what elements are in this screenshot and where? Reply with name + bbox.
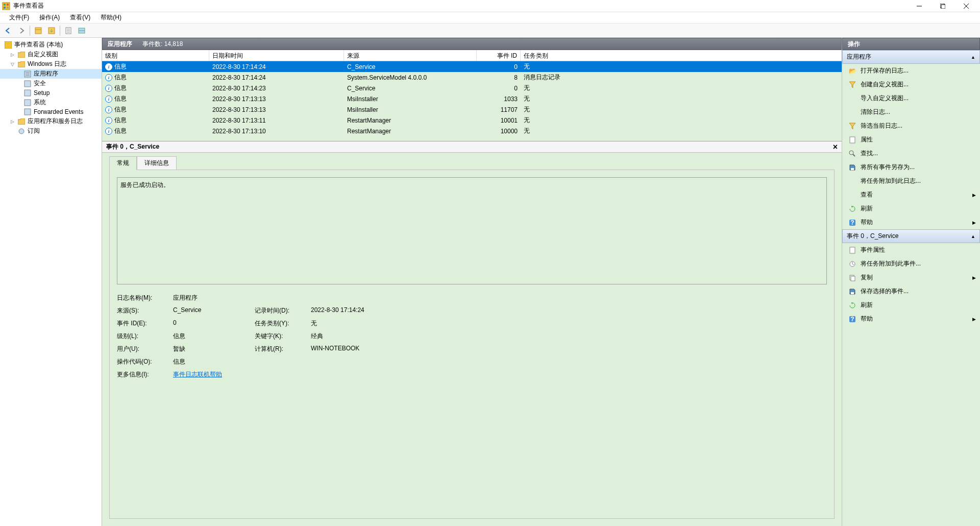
forward-button[interactable] [15, 25, 28, 37]
tree-custom-views[interactable]: ▷ 自定义视图 [0, 50, 102, 59]
expand-icon[interactable]: ▷ [9, 118, 15, 125]
event-row[interactable]: i信息2022-8-30 17:13:13MsiInstaller1033无 [102, 93, 842, 104]
action-attach-task-log[interactable]: 将任务附加到此日志... [842, 174, 980, 188]
maximize-button[interactable] [931, 0, 954, 12]
action-save-all-events[interactable]: 将所有事件另存为... [842, 160, 980, 174]
column-level[interactable]: 级别 [102, 50, 209, 61]
label-user: 用户(U): [117, 345, 173, 353]
filter-icon [848, 81, 856, 89]
menu-view[interactable]: 查看(V) [65, 12, 95, 23]
action-import-custom-view[interactable]: 导入自定义视图... [842, 91, 980, 105]
svg-rect-29 [850, 137, 855, 143]
action-save-selected[interactable]: 保存选择的事件... [842, 284, 980, 298]
info-icon: i [105, 63, 112, 70]
actions-section-event[interactable]: 事件 0，C_Service ▲ [842, 229, 980, 243]
tree-security[interactable]: 安全 [0, 79, 102, 88]
action-view[interactable]: 查看▶ [842, 188, 980, 202]
action-filter-log[interactable]: 筛选当前日志... [842, 119, 980, 133]
detail-tabs: 常规 详细信息 [102, 153, 842, 170]
action-refresh[interactable]: 刷新 [842, 202, 980, 216]
tree-setup[interactable]: Setup [0, 88, 102, 98]
event-grid: 级别 日期和时间 来源 事件 ID 任务类别 i信息2022-8-30 17:1… [102, 50, 842, 141]
actions-section-application[interactable]: 应用程序 ▲ [842, 50, 980, 64]
refresh-icon [848, 205, 856, 213]
label-logged: 记录时间(D): [255, 306, 311, 315]
label-event-id: 事件 ID(E): [117, 319, 173, 328]
value-keywords: 经典 [311, 332, 827, 341]
info-icon: i [105, 95, 112, 103]
action-clear-log[interactable]: 清除日志... [842, 105, 980, 119]
tree-label: 自定义视图 [28, 50, 58, 59]
tree-application[interactable]: 应用程序 [0, 69, 102, 79]
column-source[interactable]: 来源 [344, 50, 477, 61]
tree-root[interactable]: 事件查看器 (本地) [0, 40, 102, 50]
event-row[interactable]: i信息2022-8-30 17:14:23C_Service0无 [102, 83, 842, 93]
event-row[interactable]: i信息2022-8-30 17:13:10RestartManager10000… [102, 126, 842, 136]
menu-help[interactable]: 帮助(H) [95, 12, 127, 23]
menu-action[interactable]: 操作(A) [34, 12, 65, 23]
close-button[interactable] [954, 0, 978, 12]
svg-point-30 [849, 151, 853, 155]
link-more-info[interactable]: 事件日志联机帮助 [173, 371, 222, 378]
log-icon [23, 99, 32, 107]
event-row[interactable]: i信息2022-8-30 17:14:24System.ServiceModel… [102, 72, 842, 83]
log-icon [23, 80, 32, 88]
column-event-id[interactable]: 事件 ID [477, 50, 521, 61]
log-title: 应用程序 [108, 40, 132, 49]
action-event-properties[interactable]: 事件属性 [842, 243, 980, 257]
tree-windows-logs[interactable]: ▽ Windows 日志 [0, 59, 102, 69]
svg-rect-1 [4, 4, 6, 6]
tab-details[interactable]: 详细信息 [137, 156, 177, 170]
toolbar-separator [30, 26, 30, 36]
menu-file[interactable]: 文件(F) [4, 12, 34, 23]
svg-point-28 [19, 129, 24, 134]
tree-label: 事件查看器 (本地) [14, 40, 63, 49]
expand-icon[interactable]: ▷ [9, 52, 15, 58]
help-icon: ? [848, 219, 856, 227]
tree-forwarded[interactable]: Forwarded Events [0, 107, 102, 116]
action-properties[interactable]: 属性 [842, 133, 980, 147]
svg-rect-27 [24, 109, 31, 115]
minimize-button[interactable] [908, 0, 931, 12]
tree-label: 应用程序 [34, 69, 58, 78]
svg-rect-32 [851, 168, 854, 170]
action-find[interactable]: 查找... [842, 147, 980, 160]
event-row[interactable]: i信息2022-8-30 17:13:11RestartManager10001… [102, 115, 842, 126]
action-help[interactable]: ?帮助▶ [842, 216, 980, 229]
section-label: 应用程序 [847, 53, 871, 61]
preview-button[interactable] [76, 25, 88, 37]
svg-rect-35 [850, 247, 855, 253]
action-attach-task-event[interactable]: 将任务附加到此事件... [842, 257, 980, 271]
tree-system[interactable]: 系统 [0, 98, 102, 107]
export-button[interactable] [45, 25, 58, 37]
tree-label: Windows 日志 [28, 60, 66, 68]
folder-icon [17, 117, 26, 126]
action-open-saved-log[interactable]: 📂打开保存的日志... [842, 64, 980, 78]
tab-general[interactable]: 常规 [109, 156, 137, 170]
column-task[interactable]: 任务类别 [521, 50, 842, 61]
blank-icon [848, 177, 856, 185]
back-button[interactable] [2, 25, 14, 37]
action-help-event[interactable]: ?帮助▶ [842, 312, 980, 326]
chevron-right-icon: ▶ [972, 317, 976, 322]
column-datetime[interactable]: 日期和时间 [209, 50, 344, 61]
action-copy[interactable]: 复制▶ [842, 271, 980, 284]
main-layout: 事件查看器 (本地) ▷ 自定义视图 ▽ Windows 日志 应用程序 安全 … [0, 38, 980, 526]
value-source: C_Service [173, 306, 255, 315]
collapse-icon[interactable]: ▽ [9, 61, 15, 67]
tree-app-service-logs[interactable]: ▷ 应用程序和服务日志 [0, 116, 102, 126]
grid-body[interactable]: i信息2022-8-30 17:14:24C_Service0无i信息2022-… [102, 61, 842, 136]
detail-title: 事件 0，C_Service [106, 142, 159, 151]
show-tree-button[interactable] [32, 25, 44, 37]
svg-rect-41 [851, 292, 854, 294]
properties-button[interactable] [62, 25, 75, 37]
info-icon: i [105, 128, 112, 135]
action-refresh-event[interactable]: 刷新 [842, 298, 980, 312]
properties-icon [848, 136, 856, 144]
tree-subscriptions[interactable]: 订阅 [0, 126, 102, 136]
action-create-custom-view[interactable]: 创建自定义视图... [842, 78, 980, 91]
event-row[interactable]: i信息2022-8-30 17:14:24C_Service0无 [102, 61, 842, 72]
event-row[interactable]: i信息2022-8-30 17:13:13MsiInstaller11707无 [102, 104, 842, 115]
spacer [9, 128, 15, 134]
close-icon[interactable]: × [833, 142, 838, 152]
